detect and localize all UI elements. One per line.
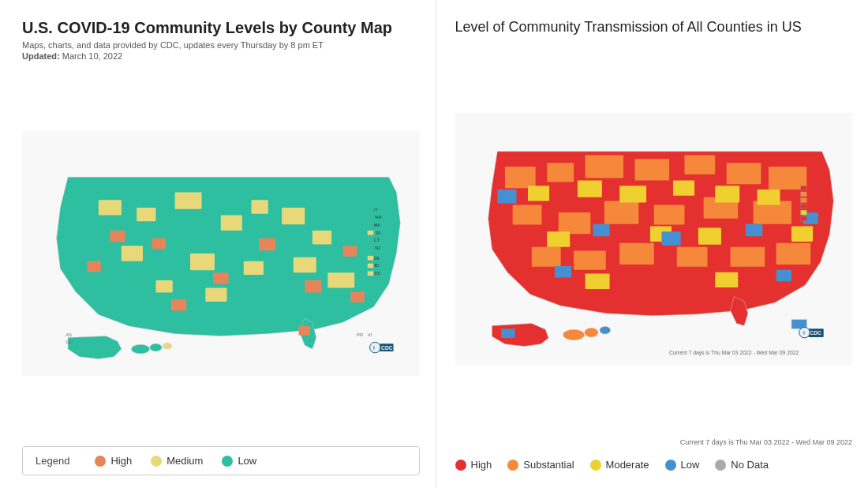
svg-rect-75 [776, 243, 810, 265]
svg-point-102 [563, 329, 584, 340]
svg-rect-84 [698, 227, 720, 244]
svg-rect-23 [350, 291, 364, 302]
svg-rect-41 [368, 271, 374, 276]
svg-rect-71 [574, 251, 606, 270]
left-subtitle: Maps, charts, and data provided by CDC, … [22, 40, 420, 50]
svg-rect-3 [175, 193, 202, 209]
svg-rect-7 [312, 231, 331, 244]
left-map-svg: VT NH MA RI CT NJ DE MD DC [22, 67, 420, 440]
svg-rect-60 [634, 159, 669, 180]
svg-rect-65 [558, 212, 590, 234]
svg-rect-94 [776, 270, 791, 282]
svg-rect-2 [137, 208, 155, 221]
right-map-svg: CDC ⚕ Current 7 days is Thu Mar 03 2022 … [455, 42, 853, 437]
svg-rect-4 [221, 216, 242, 231]
right-legend: High Substantial Moderate Low No Data [455, 454, 853, 475]
legend-item-nodata: No Data [715, 459, 769, 471]
svg-rect-76 [527, 186, 548, 201]
svg-point-49 [163, 343, 172, 349]
high-dot [95, 456, 106, 467]
svg-rect-38 [368, 246, 374, 250]
svg-rect-96 [800, 192, 806, 197]
right-panel: Level of Community Transmission of All C… [436, 0, 869, 488]
svg-rect-78 [619, 186, 646, 202]
svg-rect-99 [800, 210, 806, 215]
svg-rect-93 [554, 266, 571, 278]
svg-rect-98 [800, 204, 806, 208]
svg-rect-61 [684, 155, 715, 174]
svg-text:⚕: ⚕ [372, 345, 376, 351]
low-dot [222, 456, 233, 467]
nodata-dot [715, 460, 726, 471]
svg-rect-9 [190, 253, 215, 270]
svg-text:RI: RI [376, 231, 380, 235]
svg-text:GU: GU [65, 340, 73, 344]
legend-item-low: Low [665, 459, 700, 471]
svg-text:DC: DC [374, 271, 380, 276]
svg-rect-12 [155, 280, 172, 292]
svg-rect-82 [547, 231, 570, 246]
svg-rect-72 [619, 243, 654, 265]
svg-rect-39 [368, 256, 374, 261]
svg-rect-5 [251, 200, 268, 213]
svg-rect-77 [577, 180, 601, 197]
svg-rect-95 [800, 186, 806, 190]
svg-point-48 [150, 343, 162, 351]
high-dot [455, 460, 466, 471]
substantial-dot [507, 460, 518, 471]
svg-rect-40 [368, 264, 374, 268]
low-dot [665, 460, 676, 471]
svg-text:MA: MA [373, 223, 380, 227]
svg-rect-6 [282, 208, 305, 224]
svg-text:AS: AS [65, 332, 72, 337]
svg-rect-79 [672, 180, 694, 195]
svg-rect-66 [604, 201, 638, 224]
svg-text:CDC: CDC [810, 330, 821, 336]
svg-rect-13 [205, 288, 226, 302]
svg-text:Current 7 days is Thu Mar 03 2: Current 7 days is Thu Mar 03 2022 - Wed … [669, 350, 799, 356]
svg-rect-57 [504, 167, 535, 188]
svg-rect-91 [745, 224, 761, 236]
svg-rect-70 [531, 247, 560, 267]
left-map-wrapper: VT NH MA RI CT NJ DE MD DC [22, 67, 420, 440]
svg-rect-22 [171, 299, 186, 311]
svg-text:⚕: ⚕ [802, 330, 805, 336]
svg-rect-14 [327, 272, 354, 287]
svg-text:VI: VI [368, 332, 372, 337]
svg-point-47 [131, 344, 149, 354]
svg-text:PR: PR [357, 332, 363, 337]
svg-rect-59 [585, 155, 623, 178]
right-timestamp: Current 7 days is Thu Mar 03 2022 - Wed … [455, 438, 853, 446]
svg-rect-58 [547, 163, 574, 182]
svg-text:DE: DE [373, 256, 380, 261]
legend-item-medium: Medium [151, 455, 203, 467]
svg-point-103 [584, 328, 597, 337]
svg-rect-87 [715, 272, 738, 287]
svg-rect-17 [259, 238, 275, 250]
svg-rect-10 [244, 261, 264, 275]
svg-rect-37 [368, 238, 374, 243]
svg-rect-34 [368, 216, 374, 220]
svg-rect-1 [99, 200, 122, 215]
legend-item-moderate: Moderate [590, 459, 649, 471]
svg-point-104 [600, 326, 611, 334]
right-map-wrapper: CDC ⚕ Current 7 days is Thu Mar 03 2022 … [455, 42, 853, 437]
legend-item-high: High [455, 459, 492, 471]
svg-text:NH: NH [375, 215, 381, 220]
svg-rect-88 [497, 190, 516, 203]
svg-rect-33 [368, 208, 374, 212]
svg-rect-74 [730, 247, 765, 267]
right-title: Level of Community Transmission of All C… [455, 19, 853, 36]
svg-rect-81 [757, 190, 780, 205]
svg-text:CDC: CDC [381, 345, 393, 351]
left-panel: U.S. COVID-19 Community Levels by County… [0, 0, 436, 488]
legend-item-high: High [95, 455, 132, 467]
svg-rect-101 [501, 328, 514, 338]
svg-rect-86 [585, 274, 609, 289]
svg-rect-18 [343, 246, 357, 257]
svg-rect-21 [87, 261, 100, 272]
moderate-dot [590, 460, 601, 471]
svg-rect-73 [676, 247, 707, 267]
svg-rect-100 [800, 216, 806, 221]
svg-rect-16 [152, 238, 166, 250]
